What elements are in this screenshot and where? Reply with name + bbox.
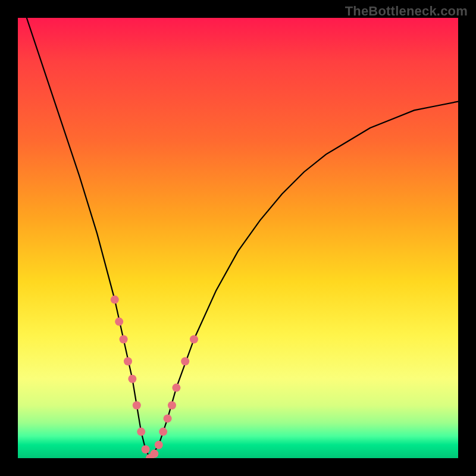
chart-svg [18,18,458,458]
benchmark-marker [190,335,198,343]
benchmark-marker [150,450,158,458]
benchmark-marker [181,357,189,365]
benchmark-marker [120,335,128,343]
benchmark-marker [124,357,132,365]
benchmark-marker [128,375,136,383]
watermark-text: TheBottleneck.com [345,4,468,19]
benchmark-marker [164,414,172,422]
benchmark-marker [142,445,150,453]
benchmark-marker [168,401,176,409]
benchmark-markers [111,296,198,458]
benchmark-marker [133,401,141,409]
plot-area [18,18,458,458]
benchmark-marker [155,441,163,449]
benchmark-marker [111,296,119,304]
benchmark-marker [137,428,145,436]
chart-frame: TheBottleneck.com [0,0,476,476]
benchmark-marker [172,384,180,392]
bottleneck-curve [27,18,458,458]
benchmark-marker [115,318,123,326]
benchmark-marker [159,428,167,436]
